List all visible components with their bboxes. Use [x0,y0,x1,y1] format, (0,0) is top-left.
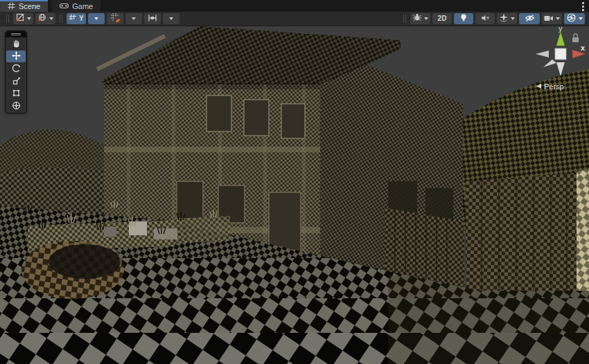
projection-toggle[interactable]: Persp [536,82,564,91]
projection-arrow-icon [536,84,541,89]
speaker-muted-icon [481,12,490,25]
snap-increment-button[interactable] [144,13,161,24]
scene-lighting-button[interactable] [454,13,473,24]
chevron-down-icon [27,17,31,20]
chevron-down-icon [94,17,98,20]
shaded-draw-mode-icon [15,12,25,25]
grid-axis-icon [69,12,77,25]
grid-visibility-button[interactable]: Y [67,13,86,24]
snap-increment-icon [148,12,157,25]
gizmos-sphere-icon [566,12,577,26]
transform-tool-button[interactable] [6,100,26,112]
grid-visibility-dropdown[interactable] [88,13,105,24]
tools-overlay [5,30,27,113]
mode-2d-label: 2D [438,15,447,22]
scale-icon [12,75,21,88]
overlay-drag-handle[interactable] [6,31,26,37]
scene-camera-dropdown[interactable] [542,13,562,24]
scene-visibility-button[interactable] [519,13,540,24]
projection-label: Persp [544,82,564,91]
wireframe-globe-icon [37,12,47,25]
chevron-down-icon [556,17,560,20]
scene-viewport[interactable] [0,26,589,364]
rotate-icon [12,63,21,75]
chevron-down-icon [579,17,583,20]
rotate-tool-button[interactable] [6,63,26,75]
toolbar-separator [60,15,62,23]
hand-tool-button[interactable] [6,38,26,50]
snap-magnet-icon [110,12,120,25]
chevron-down-icon [424,17,428,20]
lightbulb-icon [459,12,468,25]
snap-increment-dropdown[interactable] [163,13,179,24]
camera-icon [544,12,554,25]
gizmos-dropdown[interactable] [564,13,585,24]
toolbar-drag-handle[interactable] [6,15,9,23]
metrics-dropdown[interactable] [35,13,55,24]
tab-game[interactable]: Game [52,0,100,12]
gamepad-icon [60,3,69,9]
rect-tool-button[interactable] [6,88,26,100]
hand-icon [12,38,21,51]
kebab-menu-icon[interactable] [582,2,585,11]
tab-scene[interactable]: Scene [0,0,48,12]
stone-trough[interactable] [21,241,124,299]
grid-tab-icon [8,2,15,10]
axis-x-label: x [581,44,586,52]
tab-label: Scene [19,2,40,10]
effects-icon [499,12,509,25]
scene-audio-button[interactable] [475,13,495,24]
unity-editor-window: Scene Game [0,0,589,364]
axis-left-cone[interactable] [536,51,549,57]
transform-icon [12,100,21,113]
chevron-down-icon [511,17,515,20]
axis-y-label: y [559,25,563,33]
grid-snapping-button[interactable] [107,13,123,24]
padlock-icon[interactable] [572,34,579,42]
axis-diagonal-cone[interactable] [543,60,556,67]
axis-y-cone[interactable] [556,32,565,46]
scene-effects-dropdown[interactable] [497,13,517,24]
chevron-down-icon [49,17,53,20]
eye-slash-icon [525,12,535,25]
scene-view-toolbar: Y [0,12,589,26]
gizmo-center-cube[interactable] [555,48,566,60]
axis-down-cone[interactable] [556,62,565,76]
move-tool-button[interactable] [6,51,26,62]
tab-label: Game [72,2,93,10]
rect-tool-icon [12,88,21,100]
move-arrows-icon [12,51,21,63]
scale-tool-button[interactable] [6,75,26,87]
chevron-down-icon [132,17,136,20]
tab-bar: Scene Game [0,0,589,12]
draw-mode-dropdown[interactable] [13,13,33,24]
grid-snapping-dropdown[interactable] [125,13,142,24]
orientation-gizmo[interactable]: y x Persp [516,25,589,94]
bug-icon [412,12,422,25]
debug-mode-dropdown[interactable] [410,13,430,24]
mode-2d-button[interactable]: 2D [432,13,452,24]
chevron-down-icon [169,17,173,20]
toolbar-separator [403,15,406,23]
grid-axis-label: Y [79,15,84,22]
